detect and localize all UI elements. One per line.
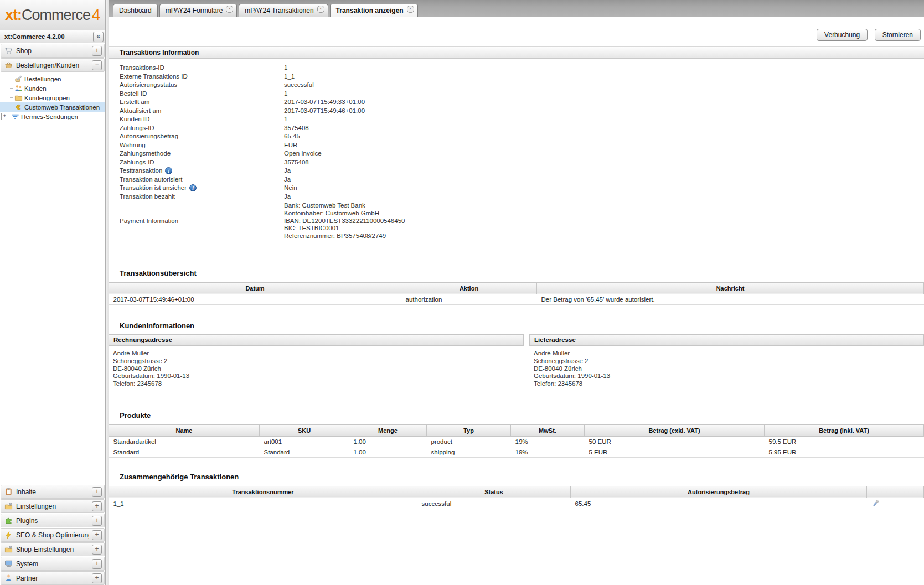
related-transactions-title: Zusammengehörige Transaktionen xyxy=(109,473,924,481)
address-line: Schöneggstrasse 2 xyxy=(534,358,924,365)
column-header: Autorisierungsbetrag xyxy=(571,486,867,498)
table-cell: 65.45 xyxy=(571,498,867,510)
tab-mpay24-transaktionen[interactable]: mPAY24 Transaktionen× xyxy=(239,4,328,17)
info-row: Kunden ID1 xyxy=(109,115,924,124)
sidebar-section-label: SEO & Shop Optimierung xyxy=(16,531,89,539)
sidebar-section-shop-einstellungen[interactable]: Shop-Einstellungen+ xyxy=(1,542,105,556)
info-row: Transaktion bezahltJa xyxy=(109,193,924,201)
transaction-info-header: Transaktions Information xyxy=(109,46,924,59)
expand-toggle-button[interactable]: + xyxy=(92,559,102,569)
shipping-address-panel: Lieferadresse André MüllerSchöneggstrass… xyxy=(529,334,924,388)
info-label: Zahlungs-ID xyxy=(109,124,284,133)
tab-label: Dashboard xyxy=(119,7,152,14)
verbuchung-button[interactable]: Verbuchung xyxy=(817,29,868,41)
table-cell: 5 EUR xyxy=(585,447,765,457)
info-icon[interactable]: i xyxy=(165,167,172,174)
info-row: Erstellt am2017-03-07T15:49:33+01:00 xyxy=(109,98,924,107)
info-value: 1 xyxy=(284,90,924,99)
column-header: MwSt. xyxy=(511,424,585,436)
tab-close-icon[interactable]: × xyxy=(317,6,324,13)
sidebar-section-shop[interactable]: Shop+ xyxy=(1,44,105,58)
table-cell: successful xyxy=(417,498,571,510)
expand-toggle-button[interactable]: + xyxy=(92,516,102,526)
sidebar-section-label: Shop-Einstellungen xyxy=(16,546,89,553)
shipping-address-header: Lieferadresse xyxy=(529,334,924,346)
table-row: 2017-03-07T15:49:46+01:00authorizationDe… xyxy=(109,294,924,304)
sidebar-item-bestellungen[interactable]: Bestellungen xyxy=(0,74,105,84)
info-row: ZahlungsmethodeOpen Invoice xyxy=(109,149,924,158)
sidebar-section-bestellungen-kunden[interactable]: Bestellungen/Kunden− xyxy=(1,58,105,72)
products-title: Produkte xyxy=(109,411,924,420)
table-cell: 50 EUR xyxy=(585,436,765,447)
info-value-line: Bank: Customweb Test Bank xyxy=(284,202,924,210)
sidebar-section-system[interactable]: System+ xyxy=(1,557,105,571)
info-label: Bestell ID xyxy=(109,90,284,99)
info-value: 3575408 xyxy=(284,158,924,167)
sidebar-section-label: Einstellungen xyxy=(16,503,89,510)
sidebar-section-einstellungen[interactable]: Einstellungen+ xyxy=(1,499,105,513)
address-panels: Rechnungsadresse André MüllerSchöneggstr… xyxy=(109,334,924,388)
sidebar-item-customweb-transaktionen[interactable]: €Customweb Transaktionen xyxy=(0,102,105,112)
tab-close-icon[interactable]: × xyxy=(407,6,414,13)
shopping-cart-icon xyxy=(4,46,13,55)
euro-transactions-icon: € xyxy=(14,103,23,111)
customers-icon xyxy=(14,84,23,92)
column-header: Name xyxy=(109,424,260,436)
sidebar-item-kunden[interactable]: Kunden xyxy=(0,84,105,93)
sidebar-section-seo-shop-optimierung[interactable]: SEO & Shop Optimierung+ xyxy=(1,528,105,542)
wrench-icon[interactable] xyxy=(871,499,880,508)
expand-toggle-button[interactable]: + xyxy=(92,573,102,583)
info-label-text: Bestell ID xyxy=(120,90,147,99)
expand-toggle-button[interactable]: + xyxy=(92,501,102,511)
tab-mpay24-formulare[interactable]: mPAY24 Formulare× xyxy=(159,4,238,17)
info-row: Zahlungs-ID3575408 xyxy=(109,124,924,133)
tab-close-icon[interactable]: × xyxy=(226,6,233,13)
expand-toggle-button[interactable]: + xyxy=(92,46,102,56)
sidebar-item-hermes-sendungen[interactable]: +Hermes-Sendungen xyxy=(0,112,105,121)
info-icon[interactable]: i xyxy=(189,184,197,191)
info-row: Bestell ID1 xyxy=(109,90,924,99)
table-cell: 19% xyxy=(511,436,585,447)
version-label: xt:Commerce 4.2.00 xyxy=(4,33,65,40)
tab-dashboard[interactable]: Dashboard xyxy=(113,4,158,17)
info-label-text: Transaktion ist unsicher xyxy=(120,184,187,193)
sidebar-item-kundengruppen[interactable]: Kundengruppen xyxy=(0,93,105,102)
stornieren-button[interactable]: Stornieren xyxy=(875,29,921,41)
info-row: TesttransaktioniJa xyxy=(109,167,924,175)
sidebar-item-label: Bestellungen xyxy=(24,76,61,82)
expand-toggle-button[interactable]: + xyxy=(92,545,102,555)
logo-name: Commerce xyxy=(22,7,90,24)
sidebar-section-plugins[interactable]: Plugins+ xyxy=(1,514,105,527)
sidebar-section-label: Shop xyxy=(16,47,89,55)
info-value-line: IBAN: DE1200TEST333222110000546450 xyxy=(284,218,924,225)
order-basket-icon xyxy=(4,61,13,69)
sidebar-spacer xyxy=(0,123,105,484)
tab-bar: DashboardmPAY24 Formulare×mPAY24 Transak… xyxy=(109,0,924,17)
info-label: Autorisierungsbetrag xyxy=(109,132,284,141)
info-value: 1 xyxy=(284,64,924,73)
sidebar-collapse-button[interactable]: « xyxy=(93,32,104,42)
expand-toggle-button[interactable]: − xyxy=(92,60,102,70)
expand-icon[interactable]: + xyxy=(1,113,8,120)
column-header: Aktion xyxy=(401,282,537,294)
address-line: André Müller xyxy=(113,350,524,358)
table-row: Standardartikelart0011.00product19%50 EU… xyxy=(109,436,924,447)
logo-prefix: xt: xyxy=(5,7,22,24)
tab-label: Transaktion anzeigen xyxy=(336,7,404,14)
column-header: Menge xyxy=(349,424,427,436)
sidebar-section-partner[interactable]: Partner+ xyxy=(1,571,105,585)
info-label: Aktualisiert am xyxy=(109,107,284,116)
tree-connector xyxy=(9,79,13,79)
sidebar-sections-top: Shop+Bestellungen/Kunden− xyxy=(0,43,105,72)
table-cell: 1.00 xyxy=(349,436,427,447)
tab-label: mPAY24 Formulare xyxy=(166,7,223,14)
info-value: 2017-03-07T15:49:46+01:00 xyxy=(284,107,924,116)
sidebar-section-inhalte[interactable]: Inhalte+ xyxy=(1,485,105,499)
expand-toggle-button[interactable]: + xyxy=(92,487,102,497)
expand-toggle-button[interactable]: + xyxy=(92,530,102,540)
address-line: Geburtsdatum: 1990-01-13 xyxy=(113,372,524,380)
tab-transaktion-anzeigen[interactable]: Transaktion anzeigen× xyxy=(330,4,418,17)
column-header: SKU xyxy=(260,424,349,436)
table-cell: art001 xyxy=(260,436,349,447)
address-line: Schöneggstrasse 2 xyxy=(113,358,524,365)
